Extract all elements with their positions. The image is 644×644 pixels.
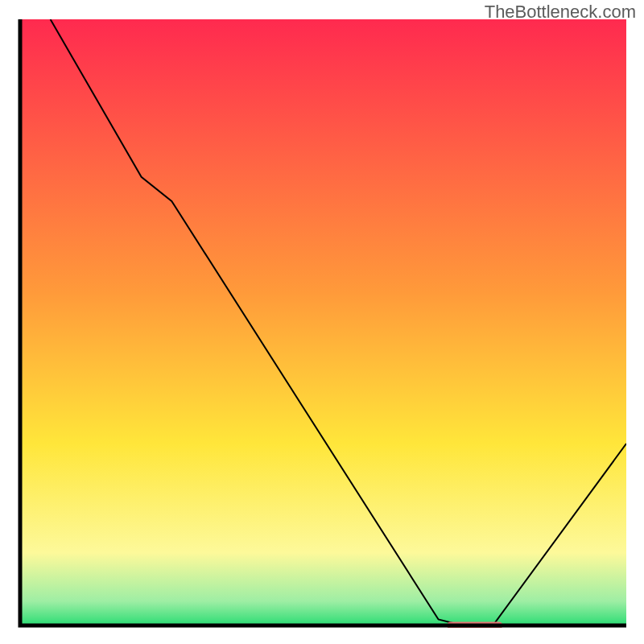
gradient-fill — [20, 19, 626, 625]
chart-container: TheBottleneck.com — [0, 0, 644, 644]
plot-area — [18, 19, 626, 628]
watermark-text: TheBottleneck.com — [485, 2, 636, 23]
chart-svg — [18, 19, 626, 628]
